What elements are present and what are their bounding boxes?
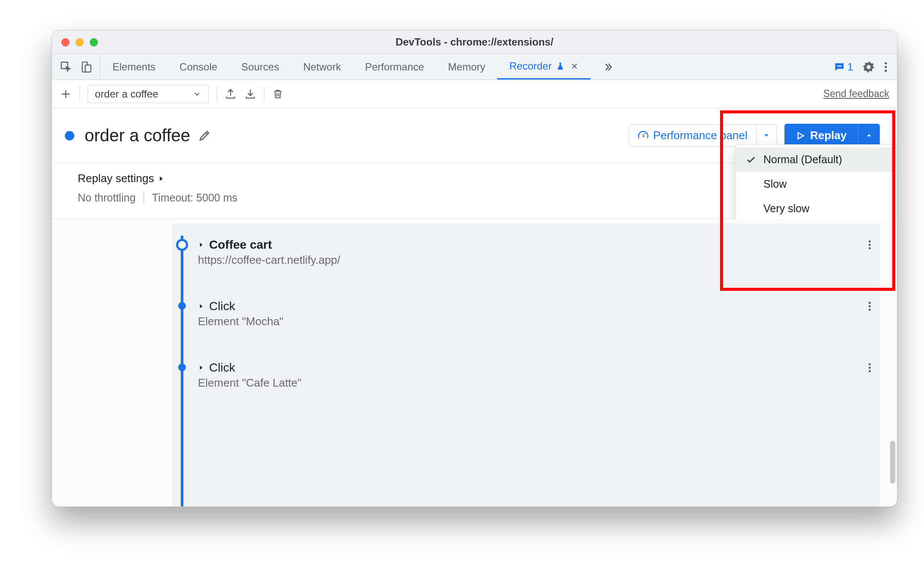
tab-label: Elements [112,61,155,73]
devtools-tabstrip: Elements Console Sources Network Perform… [52,54,897,80]
import-icon[interactable] [244,88,256,100]
send-feedback-link[interactable]: Send feedback [824,88,889,100]
gear-icon[interactable] [863,61,875,73]
chevron-down-icon [193,90,201,98]
chevrons-right-icon [602,61,614,73]
status-dot-icon [65,131,74,140]
export-icon[interactable] [225,88,237,100]
issues-count: 1 [848,61,853,73]
kebab-icon[interactable] [884,61,888,73]
recording-selector[interactable]: order a coffee [88,85,209,103]
svg-point-4 [884,62,887,64]
tab-memory[interactable]: Memory [436,54,498,79]
annotation-highlight [720,110,895,291]
window-title: DevTools - chrome://extensions/ [52,36,897,48]
titlebar: DevTools - chrome://extensions/ [52,30,897,54]
edit-icon[interactable] [198,129,211,142]
tab-label: Recorder [509,60,552,72]
add-icon[interactable] [60,88,72,100]
divider [143,191,144,204]
svg-point-10 [869,302,871,304]
tab-console[interactable]: Console [167,54,229,79]
kebab-icon[interactable] [868,363,871,373]
caret-right-icon [198,241,204,248]
close-icon[interactable] [571,62,578,70]
svg-point-12 [869,309,871,311]
device-toolbar-icon[interactable] [80,61,92,73]
timeout-value: Timeout: 5000 ms [152,192,237,204]
devtools-window: DevTools - chrome://extensions/ Elements… [52,30,897,507]
tab-label: Performance [365,61,424,73]
issues-button[interactable]: 1 [834,61,853,73]
recording-title: order a coffee [85,126,190,145]
tab-network[interactable]: Network [291,54,353,79]
caret-right-icon [158,175,164,183]
tab-label: Network [303,61,341,73]
tab-sources[interactable]: Sources [229,54,291,79]
svg-point-11 [869,305,871,308]
svg-rect-3 [837,65,842,66]
step-title: Coffee cart [209,238,272,252]
caret-right-icon [198,364,204,371]
svg-point-15 [869,370,871,372]
recorder-toolbar: order a coffee Send feedback [52,80,897,108]
recording-selector-label: order a coffee [95,88,158,100]
tab-recorder[interactable]: Recorder [497,54,590,79]
step[interactable]: Click Element "Mocha" [172,292,880,336]
tab-label: Memory [448,61,486,73]
step-subtitle: https://coffee-cart.netlify.app/ [198,253,340,267]
flask-icon [556,61,565,71]
svg-point-5 [884,66,887,68]
gauge-icon [638,130,649,141]
trash-icon[interactable] [272,88,283,100]
svg-point-14 [869,367,871,369]
svg-point-6 [884,69,887,71]
svg-point-13 [869,363,871,366]
throttle-value: No throttling [78,192,136,204]
step-subtitle: Element "Cafe Latte" [198,376,301,390]
inspect-icon[interactable] [60,61,73,73]
caret-right-icon [198,303,204,310]
tab-label: Sources [241,61,279,73]
step-title: Click [209,361,235,375]
tab-label: Console [179,61,217,73]
kebab-icon[interactable] [868,301,871,311]
more-tabs-button[interactable] [590,54,626,79]
step-title: Click [209,299,235,313]
scrollbar[interactable] [890,441,895,484]
step[interactable]: Click Element "Cafe Latte" [172,353,880,397]
replay-settings-label: Replay settings [78,172,154,185]
tab-performance[interactable]: Performance [353,54,436,79]
svg-rect-2 [85,65,91,72]
tab-elements[interactable]: Elements [100,54,167,79]
step-subtitle: Element "Mocha" [198,315,283,328]
